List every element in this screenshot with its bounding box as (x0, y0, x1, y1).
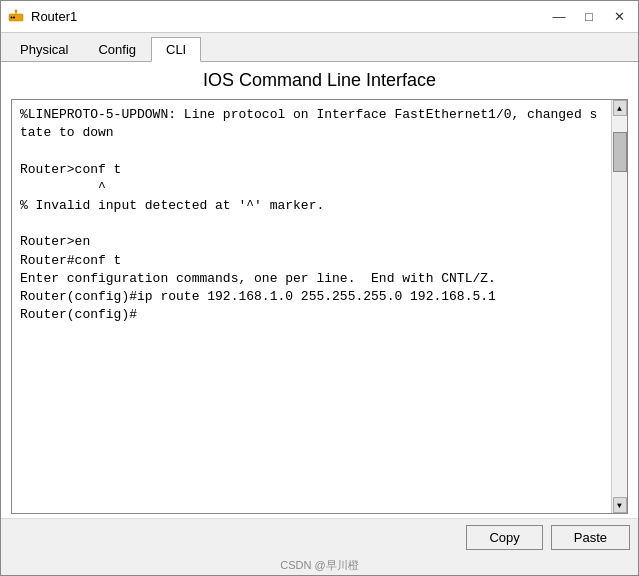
copy-button[interactable]: Copy (466, 525, 542, 550)
svg-point-4 (15, 9, 17, 11)
svg-point-1 (11, 16, 13, 18)
bottom-bar: Copy Paste (1, 518, 638, 556)
scrollbar: ▲ ▼ (611, 100, 627, 513)
terminal-output[interactable]: %LINEPROTO-5-UPDOWN: Line protocol on In… (12, 100, 611, 513)
close-button[interactable]: ✕ (606, 6, 632, 28)
terminal-wrapper: %LINEPROTO-5-UPDOWN: Line protocol on In… (11, 99, 628, 514)
tab-cli[interactable]: CLI (151, 37, 201, 62)
tab-bar: Physical Config CLI (1, 33, 638, 62)
title-bar: Router1 — □ ✕ (1, 1, 638, 33)
tab-config[interactable]: Config (83, 37, 151, 61)
scrollbar-thumb[interactable] (613, 132, 627, 172)
maximize-button[interactable]: □ (576, 6, 602, 28)
scrollbar-down-arrow[interactable]: ▼ (613, 497, 627, 513)
window-controls: — □ ✕ (546, 6, 632, 28)
tab-physical[interactable]: Physical (5, 37, 83, 61)
cli-heading: IOS Command Line Interface (11, 70, 628, 91)
content-area: IOS Command Line Interface %LINEPROTO-5-… (1, 62, 638, 518)
window-title: Router1 (31, 9, 546, 24)
svg-point-2 (13, 16, 15, 18)
watermark: CSDN @早川橙 (1, 556, 638, 575)
paste-button[interactable]: Paste (551, 525, 630, 550)
app-icon (7, 8, 25, 26)
main-window: Router1 — □ ✕ Physical Config CLI IOS Co… (0, 0, 639, 576)
minimize-button[interactable]: — (546, 6, 572, 28)
scrollbar-track (613, 116, 627, 497)
scrollbar-up-arrow[interactable]: ▲ (613, 100, 627, 116)
